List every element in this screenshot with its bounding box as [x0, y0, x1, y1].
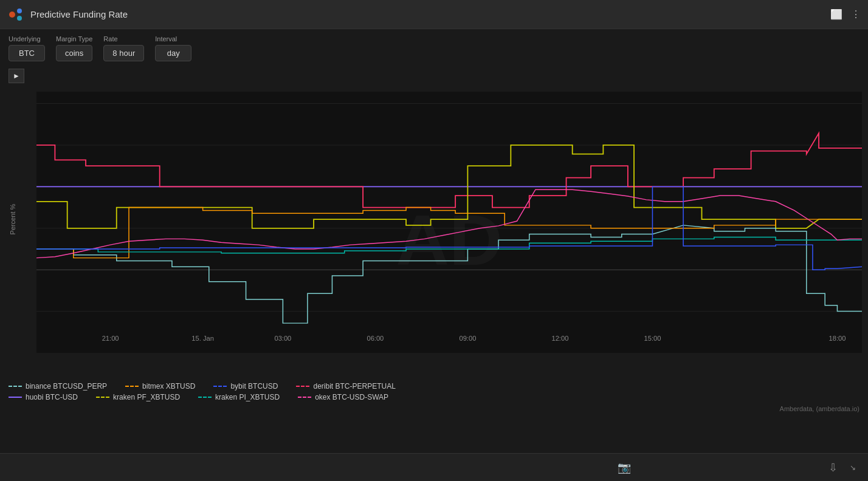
margin-type-label: Margin Type: [56, 35, 92, 43]
legend-label-binance: binance BTCUSD_PERP: [26, 382, 107, 391]
more-menu-icon[interactable]: ⋮: [851, 9, 861, 20]
chart-area: Percent % AD 0.02 0.015 0.01 0.005 0 -0.…: [0, 86, 868, 377]
svg-point-2: [17, 16, 22, 21]
legend-label-deribit: deribit BTC-PERPETUAL: [313, 382, 395, 391]
bookmark-icon[interactable]: ⬜: [830, 9, 842, 20]
interval-button[interactable]: day: [155, 45, 191, 61]
bottom-center: 📷: [421, 461, 829, 474]
svg-text:06:00: 06:00: [367, 335, 384, 343]
rate-control: Rate 8 hour: [103, 35, 144, 61]
attribution-text: Amberdata, (amberdata.io): [780, 405, 859, 412]
legend-kraken-pi: kraken PI_XBTUSD: [198, 393, 280, 401]
legend-row-1: binance BTCUSD_PERP bitmex XBTUSD bybit …: [9, 382, 859, 391]
rate-button[interactable]: 8 hour: [103, 45, 144, 61]
legend-bitmex: bitmex XBTUSD: [125, 382, 195, 391]
legend-label-bitmex: bitmex XBTUSD: [142, 382, 195, 391]
interval-label: Interval: [155, 35, 191, 43]
legend-kraken-pf: kraken PF_XBTUSD: [96, 393, 180, 401]
y-axis-label: Percent %: [9, 204, 16, 235]
legend-label-bybit: bybit BTCUSD: [230, 382, 278, 391]
svg-text:18:00: 18:00: [829, 335, 846, 343]
controls-bar: Underlying BTC Margin Type coins Rate 8 …: [0, 29, 868, 65]
main-chart-svg: AD 0.02 0.015 0.01 0.005 0 -0.005 21:00 …: [36, 92, 862, 353]
svg-text:12:00: 12:00: [551, 335, 568, 343]
titlebar-actions: ⬜ ⋮: [830, 9, 861, 20]
attribution: Amberdata, (amberdata.io): [0, 404, 868, 414]
legend-label-kraken-pi: kraken PI_XBTUSD: [215, 393, 280, 401]
legend-row-2: huobi BTC-USD kraken PF_XBTUSD kraken PI…: [9, 393, 859, 401]
app-logo: [7, 6, 24, 23]
svg-point-0: [9, 12, 15, 18]
underlying-label: Underlying: [9, 35, 45, 43]
svg-point-1: [17, 9, 22, 13]
svg-text:03:00: 03:00: [274, 335, 291, 343]
legend-label-kraken-pf: kraken PF_XBTUSD: [113, 393, 180, 401]
svg-text:21:00: 21:00: [102, 335, 119, 343]
legend: binance BTCUSD_PERP bitmex XBTUSD bybit …: [0, 377, 868, 404]
svg-text:15. Jan: 15. Jan: [191, 335, 214, 343]
legend-deribit: deribit BTC-PERPETUAL: [296, 382, 395, 391]
resize-icon[interactable]: ↘: [850, 463, 856, 472]
margin-type-button[interactable]: coins: [56, 45, 92, 61]
expand-button[interactable]: ►: [9, 69, 24, 83]
camera-icon[interactable]: 📷: [618, 461, 631, 474]
legend-binance: binance BTCUSD_PERP: [9, 382, 107, 391]
bottom-bar: 📷 ⇩ ↘: [0, 453, 868, 481]
titlebar: Predictive Funding Rate ⬜ ⋮: [0, 0, 868, 29]
svg-text:15:00: 15:00: [644, 335, 661, 343]
bottom-right: ⇩ ↘: [828, 461, 856, 474]
legend-bybit: bybit BTCUSD: [213, 382, 278, 391]
interval-control: Interval day: [155, 35, 191, 61]
page-title: Predictive Funding Rate: [30, 9, 830, 19]
margin-type-control: Margin Type coins: [56, 35, 92, 61]
legend-okex: okex BTC-USD-SWAP: [298, 393, 388, 401]
rate-label: Rate: [103, 35, 144, 43]
svg-text:09:00: 09:00: [459, 335, 476, 343]
legend-label-okex: okex BTC-USD-SWAP: [315, 393, 388, 401]
legend-huobi: huobi BTC-USD: [9, 393, 78, 401]
underlying-button[interactable]: BTC: [9, 45, 45, 61]
download-icon[interactable]: ⇩: [828, 461, 838, 474]
legend-label-huobi: huobi BTC-USD: [26, 393, 78, 401]
underlying-control: Underlying BTC: [9, 35, 45, 61]
